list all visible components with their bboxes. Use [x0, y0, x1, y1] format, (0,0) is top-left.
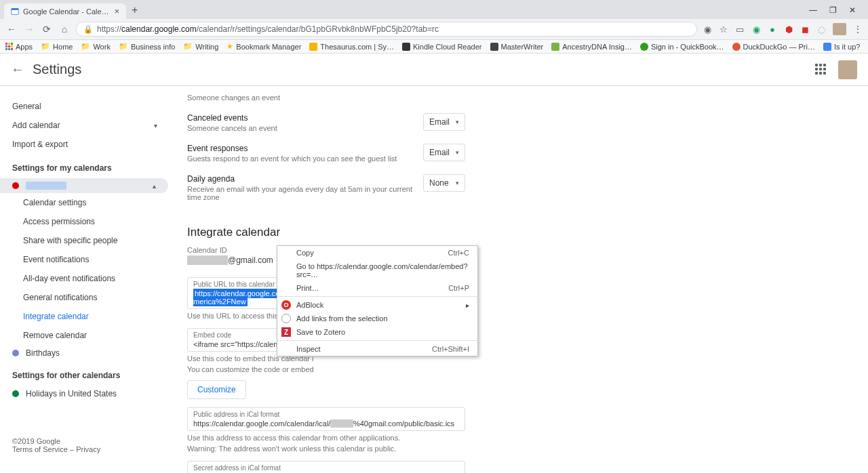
ctx-inspect[interactable]: InspectCtrl+Shift+I	[277, 342, 477, 356]
bookmark-item[interactable]: DuckDuckGo — Pri…	[732, 43, 815, 51]
profile-icon[interactable]	[833, 23, 846, 35]
browser-chrome: Google Calendar - Calendar sett × + — ❐ …	[0, 0, 868, 54]
my-calendar-row[interactable]: ▴	[0, 178, 168, 193]
url-text: https://calendar.google.com/calendar/r/s…	[97, 24, 439, 34]
ctx-goto[interactable]: Go to https://calendar.google.com/calend…	[277, 260, 477, 281]
sidebar-footer: ©2019 Google Terms of Service – Privacy	[0, 429, 174, 461]
submenu-arrow-icon: ▸	[466, 302, 469, 309]
star-icon[interactable]: ☆	[719, 24, 728, 34]
calendar-color-dot	[12, 390, 19, 397]
nav-general[interactable]: General	[0, 97, 174, 116]
setting-title: Daily agenda	[187, 174, 423, 184]
subnav-general-notifications[interactable]: General notifications	[22, 288, 174, 307]
bookmark-folder[interactable]: 📁Writing	[183, 42, 218, 51]
chevron-down-icon: ▾	[456, 180, 459, 186]
privacy-link[interactable]: Privacy	[76, 445, 100, 453]
ical-secret-box[interactable]: Secret address in iCal format https://ca…	[187, 461, 465, 473]
setting-title: Event responses	[187, 144, 423, 153]
birthdays-row[interactable]: Birthdays	[0, 345, 174, 361]
bookmark-item[interactable]: Sign in - QuickBook…	[640, 43, 724, 51]
ctx-adblock[interactable]: OAdBlock▸	[277, 298, 477, 312]
apps-shortcut[interactable]: Apps	[5, 43, 33, 51]
nav-add-calendar[interactable]: Add calendar▾	[0, 116, 174, 135]
bookmark-item[interactable]: Thesaurus.com | Sy…	[309, 43, 394, 51]
subnav-event-notifications[interactable]: Event notifications	[22, 250, 174, 269]
bookmark-folder[interactable]: 📁Home	[41, 42, 73, 51]
event-responses-select[interactable]: Email▾	[423, 144, 465, 161]
holidays-row[interactable]: Holidays in United States	[0, 386, 174, 402]
maximize-icon[interactable]: ❐	[829, 5, 837, 15]
notifications-block: Someone changes an event Canceled events…	[187, 86, 465, 207]
subnav-integrate-calendar[interactable]: Integrate calendar	[22, 307, 174, 326]
setting-subtitle: Guests respond to an event for which you…	[187, 155, 423, 163]
back-arrow-icon[interactable]: ←	[11, 62, 33, 77]
menu-separator	[277, 296, 477, 297]
subnav-share[interactable]: Share with specific people	[22, 231, 174, 250]
ext-icon[interactable]: ◉	[751, 24, 761, 34]
customize-button[interactable]: Customize	[187, 380, 246, 399]
nav-reload-icon[interactable]: ⟳	[41, 23, 53, 35]
calendar-subnav: Calendar settings Access permissions Sha…	[0, 193, 174, 345]
lock-icon: 🔒	[83, 25, 93, 34]
adblock-icon: O	[281, 300, 291, 310]
ext-icon[interactable]: ⬢	[784, 24, 793, 34]
nav-home-icon[interactable]: ⌂	[58, 23, 71, 35]
ext-icon[interactable]: ●	[768, 24, 777, 34]
calendar-color-dot	[12, 350, 19, 356]
subnav-allday-notifications[interactable]: All-day event notifications	[22, 269, 174, 288]
bookmark-item[interactable]: ★Bookmark Manager	[226, 42, 301, 51]
ext-icon[interactable]: ◌	[816, 24, 826, 34]
bookmark-item[interactable]: Kindle Cloud Reader	[402, 43, 482, 51]
integrate-heading: Integrate calendar	[187, 207, 854, 246]
ctx-add-links[interactable]: Add links from the selection	[277, 312, 477, 325]
ctx-zotero[interactable]: ZSave to Zotero	[277, 325, 477, 339]
omnibox[interactable]: 🔒 https://calendar.google.com/calendar/r…	[76, 22, 697, 37]
tab-strip: Google Calendar - Calendar sett × + — ❐ …	[0, 0, 868, 19]
bookmark-folder[interactable]: 📁Business info	[119, 42, 175, 51]
tab-title: Google Calendar - Calendar sett	[23, 7, 110, 16]
tab-close-icon[interactable]: ×	[114, 6, 119, 16]
ctx-print[interactable]: Print…Ctrl+P	[277, 281, 477, 295]
subnav-calendar-settings[interactable]: Calendar settings	[22, 193, 174, 212]
calendar-name-redacted	[26, 182, 66, 190]
bookmark-folder[interactable]: 📁Work	[81, 42, 110, 51]
google-apps-icon[interactable]	[815, 64, 827, 76]
ical-public-box[interactable]: Public address in iCal format https://ca…	[187, 407, 465, 431]
shortcut-text: Ctrl+P	[448, 284, 469, 292]
minimize-icon[interactable]: —	[809, 5, 817, 15]
ext-icon[interactable]: ◼	[800, 24, 810, 34]
menu-separator	[277, 340, 477, 341]
new-tab-button[interactable]: +	[126, 1, 143, 19]
setting-subtitle: Receive an email with your agenda every …	[187, 185, 423, 201]
close-window-icon[interactable]: ✕	[849, 5, 856, 15]
svg-rect-1	[12, 8, 19, 9]
browser-tab[interactable]: Google Calendar - Calendar sett ×	[4, 3, 126, 19]
bookmark-item[interactable]: MasterWriter	[490, 43, 544, 51]
chevron-down-icon: ▾	[154, 122, 157, 129]
canceled-events-select[interactable]: Email▾	[423, 113, 465, 131]
page-title: Settings	[33, 62, 81, 77]
chevron-up-icon[interactable]: ▴	[153, 182, 156, 190]
copyright-text: ©2019 Google	[12, 437, 161, 445]
ctx-copy[interactable]: CopyCtrl+C	[277, 246, 477, 260]
nav-section-my-calendars: Settings for my calendars	[0, 154, 174, 178]
bookmark-item[interactable]: AncestryDNA Insig…	[551, 43, 632, 51]
nav-back-icon[interactable]: ←	[5, 23, 18, 35]
chrome-menu-icon[interactable]: ⋮	[853, 24, 863, 35]
daily-agenda-select[interactable]: None▾	[423, 174, 465, 192]
chevron-down-icon: ▾	[456, 149, 459, 156]
addr-extension-icons: ◉ ☆ ▭ ◉ ● ⬢ ◼ ◌ ⋮	[703, 23, 863, 35]
field-label: Public address in iCal format	[193, 411, 459, 418]
account-avatar[interactable]	[838, 60, 857, 79]
shortcut-text: Ctrl+C	[448, 249, 469, 257]
settings-sidebar: General Add calendar▾ Import & export Se…	[0, 86, 174, 473]
bookmark-item[interactable]: Is it up?	[823, 43, 861, 51]
tos-link[interactable]: Terms of Service	[12, 445, 68, 453]
ext-icon[interactable]: ◉	[703, 24, 712, 34]
nav-import-export[interactable]: Import & export	[0, 135, 174, 154]
ical-public-warning: Warning: The address won't work unless t…	[187, 445, 854, 453]
subnav-access-permissions[interactable]: Access permissions	[22, 212, 174, 231]
ext-icon[interactable]: ▭	[735, 24, 745, 34]
embed-note2: You can customize the code or embed	[187, 365, 854, 373]
subnav-remove-calendar[interactable]: Remove calendar	[22, 326, 174, 345]
